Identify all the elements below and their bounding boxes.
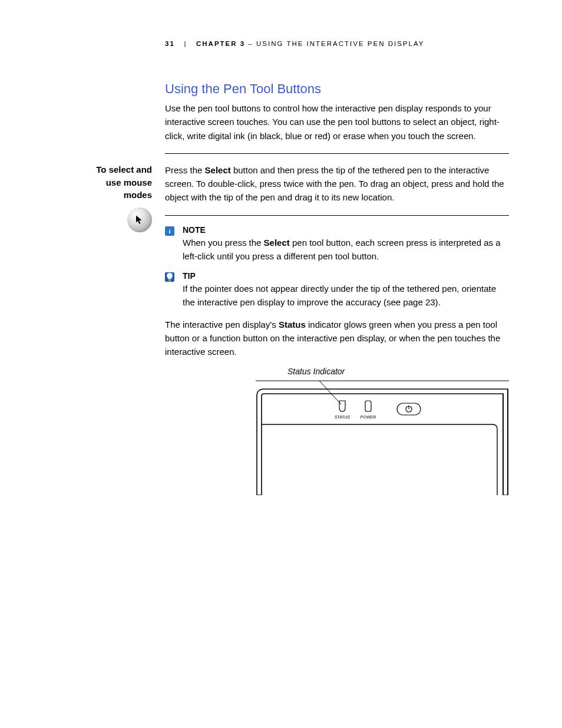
note-body-pre: When you press the	[183, 238, 264, 248]
select-bold: Select	[205, 165, 231, 175]
note-body-bold: Select	[264, 238, 290, 248]
info-icon: i	[165, 226, 174, 236]
select-paragraph: Press the Select button and then press t…	[165, 163, 509, 205]
status-para-pre: The interactive pen display's	[165, 319, 279, 330]
tip-callout: TIP If the pointer does not appear direc…	[165, 271, 509, 309]
running-header: 31 | CHAPTER 3 – USING THE INTERACTIVE P…	[165, 40, 509, 47]
cursor-icon	[127, 207, 152, 232]
header-separator: |	[184, 40, 187, 47]
select-para-pre: Press the	[165, 165, 205, 175]
diagram-status-label: STATUS	[335, 415, 351, 419]
section-intro: Use the pen tool buttons to control how …	[165, 101, 509, 143]
divider-rule	[165, 215, 509, 216]
note-callout: i NOTE When you press the Select pen too…	[165, 225, 509, 263]
status-indicator-diagram: Status Indicator STATUS	[256, 367, 509, 498]
svg-line-1	[319, 381, 341, 404]
tip-label: TIP	[183, 271, 509, 281]
side-heading: To select and use mouse modes	[81, 163, 152, 202]
lightbulb-icon	[165, 272, 174, 282]
page-number: 31	[165, 40, 175, 47]
svg-rect-2	[365, 401, 371, 411]
section-title: Using the Pen Tool Buttons	[165, 81, 509, 97]
chapter-label: CHAPTER 3	[196, 40, 245, 47]
status-bold: Status	[279, 319, 306, 330]
diagram-power-label: POWER	[361, 415, 376, 419]
tip-body: If the pointer does not appear directly …	[183, 282, 509, 309]
divider-rule	[165, 153, 509, 154]
status-paragraph: The interactive pen display's Status ind…	[165, 318, 509, 359]
diagram-caption: Status Indicator	[287, 367, 509, 376]
note-body: When you press the Select pen tool butto…	[183, 236, 509, 263]
chapter-title: USING THE INTERACTIVE PEN DISPLAY	[256, 40, 424, 47]
note-label: NOTE	[183, 225, 509, 235]
chapter-dash: –	[245, 40, 256, 47]
device-corner-illustration: STATUS POWER	[256, 377, 509, 495]
